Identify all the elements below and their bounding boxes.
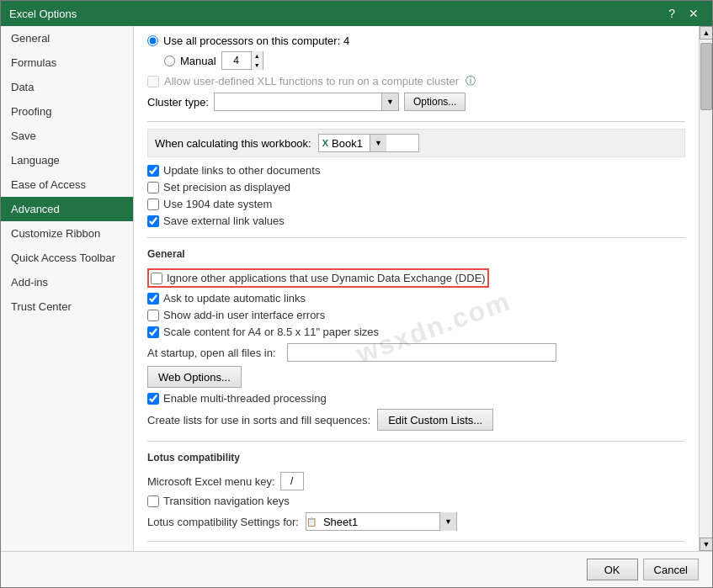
sidebar-item-language[interactable]: Language (1, 148, 133, 172)
manual-spinner: ▲ ▼ (221, 51, 263, 70)
sidebar-item-formulas[interactable]: Formulas (1, 50, 133, 75)
lotus-settings-label: Lotus compatibility Settings for: (147, 516, 299, 528)
transition-nav-checkbox[interactable] (147, 495, 159, 507)
cluster-type-dropdown[interactable]: ▼ (214, 93, 399, 111)
startup-row: At startup, open all files in: (147, 343, 685, 362)
sheet-name: Sheet1 (320, 516, 433, 528)
show-addin-row: Show add-in user interface errors (147, 309, 685, 321)
lotus-section-header: Lotus compatibility (147, 448, 685, 467)
use-1904-row: Use 1904 date system (147, 198, 685, 210)
use-all-processors-row: Use all processors on this computer: 4 (147, 34, 685, 47)
update-links-row: Update links to other documents (147, 164, 685, 177)
create-lists-label: Create lists for use in sorts and fill s… (147, 414, 370, 426)
allow-xll-checkbox[interactable] (147, 76, 159, 87)
sidebar-item-advanced[interactable]: Advanced (1, 197, 133, 221)
manual-processors-row: Manual ▲ ▼ (147, 51, 685, 70)
enable-multithreaded-label[interactable]: Enable multi-threaded processing (147, 392, 327, 405)
divider-4 (147, 541, 685, 542)
sidebar-item-general[interactable]: General (1, 26, 133, 50)
ignore-dde-label: Ignore other applications that use Dynam… (167, 272, 486, 284)
manual-processors-radio[interactable] (164, 56, 175, 66)
web-options-button[interactable]: Web Options... (147, 366, 242, 388)
use-all-processors-radio[interactable] (147, 35, 158, 46)
sidebar-item-proofing[interactable]: Proofing (1, 99, 133, 124)
workbook-dropdown[interactable]: X Book1 ▼ (318, 134, 419, 152)
workbook-dropdown-arrow[interactable]: ▼ (370, 135, 386, 151)
set-precision-row: Set precision as displayed (147, 181, 685, 193)
excel-options-dialog: Excel Options ? ✕ General Formulas Data … (0, 0, 713, 588)
scrollbar-thumb[interactable] (700, 43, 712, 110)
scrollbar-track[interactable]: ▲ ▼ (699, 26, 712, 551)
ignore-dde-checkbox[interactable] (151, 273, 162, 284)
scale-content-row: Scale content for A4 or 8.5 x 11" paper … (147, 326, 685, 338)
ask-update-checkbox[interactable] (147, 293, 159, 305)
transition-nav-label[interactable]: Transition navigation keys (147, 495, 290, 507)
ignore-dde-row: Ignore other applications that use Dynam… (147, 268, 685, 288)
startup-label: At startup, open all files in: (147, 347, 282, 359)
sidebar-item-add-ins[interactable]: Add-ins (1, 270, 133, 294)
allow-xll-row: Allow user-defined XLL functions to run … (147, 74, 685, 88)
lotus-settings-row: Lotus compatibility Settings for: 📋 Shee… (147, 512, 685, 531)
web-options-row: Web Options... (147, 366, 685, 388)
spinner-up-button[interactable]: ▲ (252, 51, 263, 61)
use-1904-label[interactable]: Use 1904 date system (147, 198, 272, 210)
menu-key-input[interactable] (280, 472, 304, 490)
sheet-dropdown[interactable]: 📋 Sheet1 ▼ (306, 512, 457, 531)
menu-key-row: Microsoft Excel menu key: (147, 472, 685, 490)
manual-spinner-input[interactable] (222, 55, 251, 66)
cluster-options-button[interactable]: Options... (404, 93, 466, 111)
scale-content-label[interactable]: Scale content for A4 or 8.5 x 11" paper … (147, 326, 379, 338)
processor-section: Use all processors on this computer: 4 M… (147, 34, 685, 111)
close-button[interactable]: ✕ (684, 6, 704, 21)
workbook-name: Book1 (332, 137, 363, 150)
enable-multithreaded-checkbox[interactable] (147, 393, 159, 405)
sidebar-item-data[interactable]: Data (1, 75, 133, 99)
sidebar-item-save[interactable]: Save (1, 124, 133, 148)
calc-workbook-label: When calculating this workbook: (155, 137, 311, 150)
edit-custom-lists-button[interactable]: Edit Custom Lists... (377, 409, 493, 431)
scrollbar-down-arrow[interactable]: ▼ (700, 538, 712, 551)
sheet-dropdown-arrow[interactable]: ▼ (439, 512, 456, 531)
scrollbar-up-arrow[interactable]: ▲ (700, 26, 712, 40)
menu-key-label: Microsoft Excel menu key: (147, 475, 275, 488)
ignore-dde-highlight: Ignore other applications that use Dynam… (147, 268, 489, 288)
use-1904-checkbox[interactable] (147, 199, 159, 210)
ask-update-label[interactable]: Ask to update automatic links (147, 292, 306, 305)
help-button[interactable]: ? (663, 6, 680, 21)
startup-input[interactable] (287, 343, 556, 362)
general-section-header: General (147, 245, 685, 263)
show-addin-label[interactable]: Show add-in user interface errors (147, 309, 325, 321)
divider-1 (147, 121, 685, 122)
cancel-button[interactable]: Cancel (643, 559, 699, 580)
sidebar: General Formulas Data Proofing Save Lang… (1, 26, 134, 551)
set-precision-checkbox[interactable] (147, 182, 159, 193)
sidebar-item-trust-center[interactable]: Trust Center (1, 294, 133, 319)
create-lists-row: Create lists for use in sorts and fill s… (147, 409, 685, 431)
dialog-body: General Formulas Data Proofing Save Lang… (1, 26, 712, 551)
sidebar-item-ease-of-access[interactable]: Ease of Access (1, 172, 133, 197)
cluster-dropdown-arrow[interactable]: ▼ (381, 93, 398, 110)
ok-button[interactable]: OK (587, 559, 638, 580)
calc-workbook-section: When calculating this workbook: X Book1 … (147, 129, 685, 227)
update-links-checkbox[interactable] (147, 165, 159, 177)
sidebar-item-quick-access-toolbar[interactable]: Quick Access Toolbar (1, 246, 133, 270)
divider-3 (147, 441, 685, 442)
update-links-label[interactable]: Update links to other documents (147, 164, 320, 177)
save-external-label[interactable]: Save external link values (147, 215, 285, 227)
sidebar-item-customize-ribbon[interactable]: Customize Ribbon (1, 221, 133, 246)
use-all-processors-label: Use all processors on this computer: 4 (163, 34, 349, 47)
save-external-checkbox[interactable] (147, 215, 159, 227)
content-area: wsxdn.com Use all processors on this com… (134, 26, 699, 551)
info-icon: ⓘ (466, 74, 476, 88)
manual-label: Manual (180, 55, 216, 67)
scale-content-checkbox[interactable] (147, 326, 159, 338)
bottom-spacer (147, 548, 685, 551)
show-addin-checkbox[interactable] (147, 310, 159, 321)
ask-update-row: Ask to update automatic links (147, 292, 685, 305)
dialog-title: Excel Options (9, 8, 77, 20)
general-section: General Ignore other applications that u… (147, 245, 685, 431)
spinner-down-button[interactable]: ▼ (252, 61, 263, 70)
set-precision-label[interactable]: Set precision as displayed (147, 181, 290, 193)
allow-xll-label: Allow user-defined XLL functions to run … (164, 74, 476, 88)
sheet-icon: 📋 (306, 517, 317, 527)
